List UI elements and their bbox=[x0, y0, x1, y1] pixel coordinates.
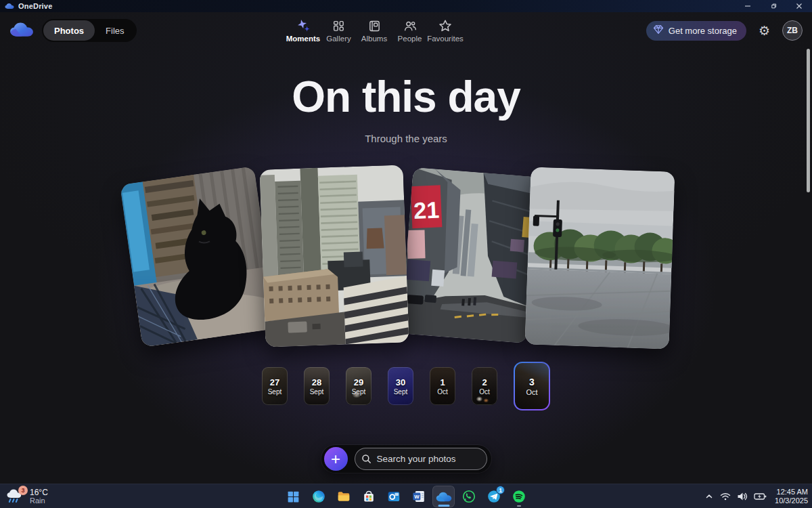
minimize-button[interactable] bbox=[735, 0, 761, 12]
weather-temp: 16°C bbox=[30, 488, 48, 497]
chip-month: Sept bbox=[394, 388, 408, 396]
telegram-icon[interactable]: 1 bbox=[482, 486, 505, 507]
onedrive-cloud-icon bbox=[5, 0, 14, 12]
start-button[interactable] bbox=[282, 486, 304, 507]
add-photos-button[interactable]: + bbox=[324, 447, 348, 471]
chip-month: Oct bbox=[526, 388, 537, 396]
chip-month: Oct bbox=[437, 388, 448, 396]
titlebar: OneDrive bbox=[0, 0, 812, 12]
date-chip-30-sept[interactable]: 30 Sept bbox=[388, 367, 413, 405]
restore-button[interactable] bbox=[761, 0, 786, 12]
chip-month: Oct bbox=[479, 388, 490, 396]
chip-day: 29 bbox=[354, 377, 363, 387]
microsoft-store-icon[interactable] bbox=[357, 486, 380, 507]
system-tray: 12:45 AM 10/3/2025 bbox=[704, 484, 808, 508]
date-chip-1-oct[interactable]: 1 Oct bbox=[430, 367, 455, 405]
window-title: OneDrive bbox=[18, 2, 53, 10]
photo-card-city[interactable] bbox=[259, 165, 409, 347]
clock[interactable]: 12:45 AM 10/3/2025 bbox=[773, 488, 808, 505]
battery-icon[interactable] bbox=[754, 492, 767, 501]
hidden-icons-chevron[interactable] bbox=[704, 492, 714, 501]
search-bar: + bbox=[321, 445, 491, 473]
word-letter: W bbox=[414, 494, 420, 500]
date-selector: 27 Sept 28 Sept 29 Sept 30 Sept 1 Oct 2 … bbox=[0, 362, 812, 410]
search-input[interactable] bbox=[355, 448, 487, 470]
tray-date: 10/3/2025 bbox=[775, 496, 808, 505]
chip-month: Sept bbox=[352, 388, 366, 396]
photo-stage: 21 bbox=[0, 12, 812, 378]
rain-cloud-icon bbox=[5, 494, 23, 506]
date-chip-3-oct-selected[interactable]: 3 Oct bbox=[515, 363, 549, 409]
photo-card-cat[interactable] bbox=[120, 166, 277, 347]
wifi-icon[interactable] bbox=[720, 492, 731, 501]
chip-day: 27 bbox=[270, 377, 279, 387]
photos-view: Photos Files Moments bbox=[0, 12, 812, 484]
chip-day: 30 bbox=[396, 377, 405, 387]
onedrive-window: OneDrive bbox=[0, 0, 812, 508]
weather-condition: Rain bbox=[30, 496, 48, 505]
chip-day: 3 bbox=[529, 377, 535, 387]
taskbar-apps: W bbox=[282, 484, 530, 508]
date-chip-27-sept[interactable]: 27 Sept bbox=[262, 367, 288, 405]
outlook-icon[interactable] bbox=[382, 486, 405, 507]
date-chip-2-oct[interactable]: 2 Oct bbox=[472, 367, 497, 405]
taskbar: 3 16°C Rain bbox=[0, 484, 812, 508]
telegram-badge: 1 bbox=[496, 486, 505, 494]
running-app-indicator bbox=[517, 505, 521, 507]
photo-card-plaza[interactable] bbox=[524, 167, 675, 349]
weather-badge: 3 bbox=[18, 486, 28, 495]
word-icon[interactable]: W bbox=[407, 486, 430, 507]
spotify-icon[interactable] bbox=[508, 486, 530, 507]
edge-icon[interactable] bbox=[307, 486, 330, 507]
scrollbar-thumb[interactable] bbox=[807, 49, 810, 192]
active-app-indicator bbox=[438, 505, 449, 507]
search-icon bbox=[361, 454, 371, 467]
weather-widget[interactable]: 3 16°C Rain bbox=[5, 484, 48, 508]
billboard-text: 21 bbox=[413, 196, 440, 224]
whatsapp-icon[interactable] bbox=[457, 486, 480, 507]
chip-day: 1 bbox=[440, 377, 445, 387]
tray-time: 12:45 AM bbox=[777, 488, 808, 496]
date-chip-29-sept[interactable]: 29 Sept bbox=[346, 367, 371, 405]
chip-day: 2 bbox=[482, 377, 487, 387]
date-chip-28-sept[interactable]: 28 Sept bbox=[304, 367, 330, 405]
photo-card-times-square[interactable]: 21 bbox=[401, 167, 540, 343]
date-chip-selected-border: 3 Oct bbox=[514, 362, 550, 410]
chip-month: Sept bbox=[268, 388, 282, 396]
volume-icon[interactable] bbox=[737, 492, 748, 501]
close-button[interactable] bbox=[786, 0, 812, 12]
chip-month: Sept bbox=[310, 388, 324, 396]
chip-day: 28 bbox=[312, 377, 321, 387]
onedrive-icon[interactable] bbox=[432, 486, 455, 507]
file-explorer-icon[interactable] bbox=[332, 486, 355, 507]
